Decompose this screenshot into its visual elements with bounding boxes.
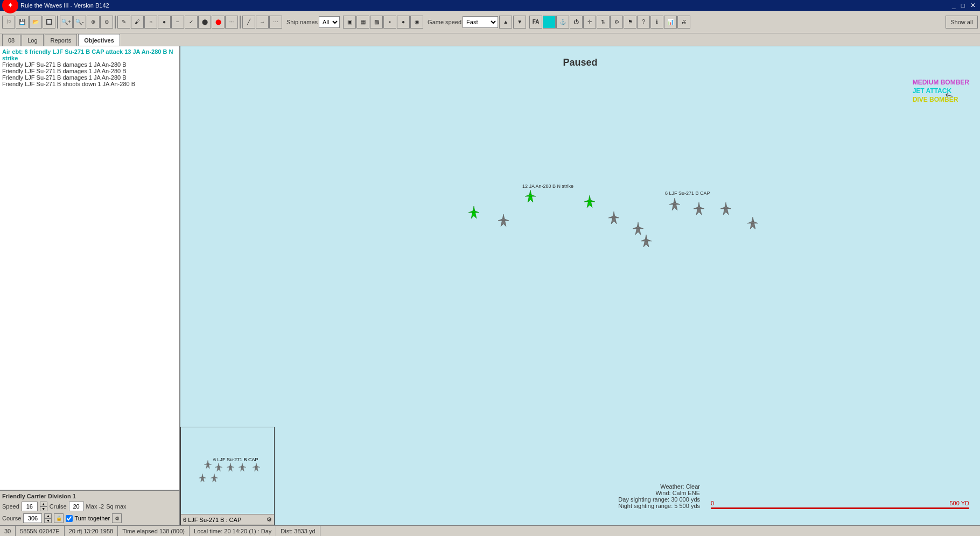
minimap-aircraft-4 bbox=[237, 462, 248, 474]
toolbar-btn-mag[interactable]: ⊕ bbox=[87, 16, 100, 29]
toolbar-btn-sq2[interactable]: ▦ bbox=[356, 16, 369, 29]
toolbar-btn-arrows[interactable]: ⇅ bbox=[597, 16, 610, 29]
turn-together-check[interactable]: Turn together bbox=[66, 515, 110, 522]
speed-down[interactable]: ▼ bbox=[40, 506, 47, 511]
minimize-button[interactable]: _ bbox=[950, 2, 958, 9]
aircraft-gray-4[interactable] bbox=[638, 234, 654, 251]
toolbar-btn-sq3[interactable]: ▩ bbox=[370, 16, 383, 29]
svg-marker-33 bbox=[211, 477, 218, 478]
svg-marker-23 bbox=[204, 463, 211, 465]
course-input[interactable] bbox=[23, 513, 42, 523]
toolbar-btn-chart[interactable]: 📊 bbox=[664, 16, 677, 29]
course-down[interactable]: ▼ bbox=[44, 518, 52, 523]
toolbar-btn-arrow[interactable]: → bbox=[256, 16, 269, 29]
game-speed-select[interactable]: Fast Slow Medium bbox=[463, 16, 498, 28]
map-area[interactable]: Paused MEDIUM BOMBER JET ATTACK DIVE BOM… bbox=[180, 46, 980, 525]
toolbar-btn-check[interactable]: ✓ bbox=[185, 16, 198, 29]
aircraft-gray-1[interactable] bbox=[495, 213, 512, 230]
toolbar-btn-dot1[interactable]: ● bbox=[397, 16, 410, 29]
toolbar-btn-1[interactable]: ⚐ bbox=[2, 16, 15, 29]
toolbar-btn-power[interactable]: ⏻ bbox=[570, 16, 583, 29]
toolbar-btn-q[interactable]: ? bbox=[637, 16, 650, 29]
minimap-icon[interactable]: ⚙ bbox=[267, 516, 272, 523]
wind-text: Wind: Calm ENE bbox=[618, 490, 700, 496]
toolbar-btn-mag2[interactable]: ⊖ bbox=[100, 16, 113, 29]
speed-label: Speed bbox=[2, 503, 19, 510]
toolbar-btn-flag[interactable]: ⚑ bbox=[624, 16, 636, 29]
toolbar-btn-3[interactable]: 📂 bbox=[29, 16, 42, 29]
toolbar-btn-cyan[interactable] bbox=[543, 16, 556, 29]
maximize-button[interactable]: □ bbox=[959, 2, 967, 9]
toolbar-btn-minus[interactable]: − bbox=[171, 16, 184, 29]
app-logo: ✦ bbox=[2, 0, 18, 13]
toolbar-btn-i[interactable]: ℹ bbox=[650, 16, 663, 29]
toolbar-btn-cross[interactable]: ✛ bbox=[583, 16, 596, 29]
toolbar-btn-zoom-in[interactable]: 🔍+ bbox=[60, 16, 73, 29]
aircraft-gray-2[interactable] bbox=[606, 210, 622, 228]
game-speed-down[interactable]: ▼ bbox=[513, 16, 526, 29]
minimap-aircraft-5 bbox=[197, 473, 208, 485]
aircraft-cap-3[interactable] bbox=[718, 201, 734, 218]
show-all-button[interactable]: Show all bbox=[946, 16, 978, 29]
toolbar-group-left: ⚐ 💾 📂 🔲 🔍+ 🔍- ⊕ ⊖ ✎ 🖌 ○ ● − ✓ ⬤ ⬤ ··· ╱ … bbox=[2, 16, 282, 29]
aircraft-green-2[interactable]: 12 JA An-280 B N strike bbox=[522, 184, 573, 206]
toolbar-btn-paint[interactable]: 🖌 bbox=[131, 16, 144, 29]
aircraft-cap-1[interactable] bbox=[667, 197, 683, 214]
toolbar-group-mid: ▣ ▦ ▩ ▪ ● ◉ bbox=[343, 16, 423, 29]
ship-names-select[interactable]: All bbox=[319, 16, 340, 28]
log-area: Air cbt: 6 friendly LJF Su-271 B CAP att… bbox=[0, 46, 179, 490]
aircraft-cap-4[interactable] bbox=[745, 216, 761, 233]
main-content: Air cbt: 6 friendly LJF Su-271 B CAP att… bbox=[0, 46, 980, 525]
sep3 bbox=[240, 16, 241, 29]
toolbar-btn-zoom-out[interactable]: 🔍- bbox=[73, 16, 86, 29]
svg-marker-25 bbox=[215, 466, 222, 468]
close-button[interactable]: ✕ bbox=[968, 2, 978, 9]
toolbar-btn-stop[interactable]: ⬤ bbox=[198, 16, 211, 29]
speed-spinner[interactable]: ▲ ▼ bbox=[40, 502, 47, 511]
toolbar-btn-circle2[interactable]: ● bbox=[158, 16, 171, 29]
tab-objectives[interactable]: Objectives bbox=[78, 34, 120, 46]
speed-input[interactable] bbox=[22, 502, 38, 511]
aircraft-green-3[interactable] bbox=[582, 194, 598, 211]
toolbar-btn-sq4[interactable]: ▪ bbox=[383, 16, 396, 29]
minimap-aircraft-3 bbox=[225, 462, 236, 474]
game-speed-up[interactable]: ▲ bbox=[499, 16, 512, 29]
aircraft-cap-2[interactable] bbox=[691, 201, 707, 218]
toolbar-btn-anchor[interactable]: ⚓ bbox=[556, 16, 569, 29]
toolbar-btn-line[interactable]: ╱ bbox=[242, 16, 255, 29]
toolbar-btn-pencil[interactable]: ✎ bbox=[117, 16, 130, 29]
title-area: ✦ Rule the Waves III - Version B142 bbox=[2, 0, 109, 13]
svg-marker-35 bbox=[253, 466, 260, 468]
unit-settings-btn[interactable]: ⚙ bbox=[112, 513, 122, 523]
toolbar-btn-print[interactable]: 🖨 bbox=[677, 16, 690, 29]
toolbar-btn-dots[interactable]: ⋯ bbox=[269, 16, 282, 29]
toolbar-btn-sq1[interactable]: ▣ bbox=[343, 16, 356, 29]
log-entry-3: Friendly LJF Su-271 B damages 1 JA An-28… bbox=[2, 74, 177, 81]
status-cell-3: 20 rfj 13:20 1958 bbox=[65, 526, 118, 536]
course-spinner[interactable]: ▲ ▼ bbox=[44, 513, 52, 523]
toolbar-btn-more[interactable]: ··· bbox=[225, 16, 238, 29]
course-row: Course ▲ ▼ 🔒 Turn together ⚙ bbox=[2, 513, 177, 523]
course-lock-btn[interactable]: 🔒 bbox=[54, 513, 64, 523]
toolbar-btn-red[interactable]: ⬤ bbox=[212, 16, 225, 29]
turn-together-checkbox[interactable] bbox=[66, 515, 73, 522]
toolbar-btn-gear[interactable]: ⚙ bbox=[610, 16, 623, 29]
course-up[interactable]: ▲ bbox=[44, 513, 52, 518]
speed-up[interactable]: ▲ bbox=[40, 502, 47, 506]
toolbar-btn-dot2[interactable]: ◉ bbox=[410, 16, 423, 29]
log-entry-0: Air cbt: 6 friendly LJF Su-271 B CAP att… bbox=[2, 48, 177, 61]
tab-reports[interactable]: Reports bbox=[45, 34, 78, 46]
svg-marker-27 bbox=[227, 466, 234, 468]
tab-08[interactable]: 08 bbox=[2, 34, 20, 46]
toolbar-btn-4[interactable]: 🔲 bbox=[43, 16, 55, 29]
window-controls[interactable]: _ □ ✕ bbox=[950, 2, 978, 9]
toolbar-btn-circle[interactable]: ○ bbox=[144, 16, 157, 29]
speed-controls: Speed ▲ ▼ Cruise Max -2 Sq max bbox=[2, 502, 177, 511]
tabs-row: 08 Log Reports Objectives bbox=[0, 33, 980, 46]
weather-info: Weather: Clear Wind: Calm ENE Day sighti… bbox=[618, 483, 700, 509]
cruise-input[interactable] bbox=[69, 502, 84, 511]
aircraft-green-1[interactable] bbox=[466, 205, 482, 222]
toolbar-btn-fa[interactable]: FA bbox=[529, 16, 542, 29]
toolbar-btn-2[interactable]: 💾 bbox=[16, 16, 29, 29]
tab-log[interactable]: Log bbox=[22, 34, 43, 46]
